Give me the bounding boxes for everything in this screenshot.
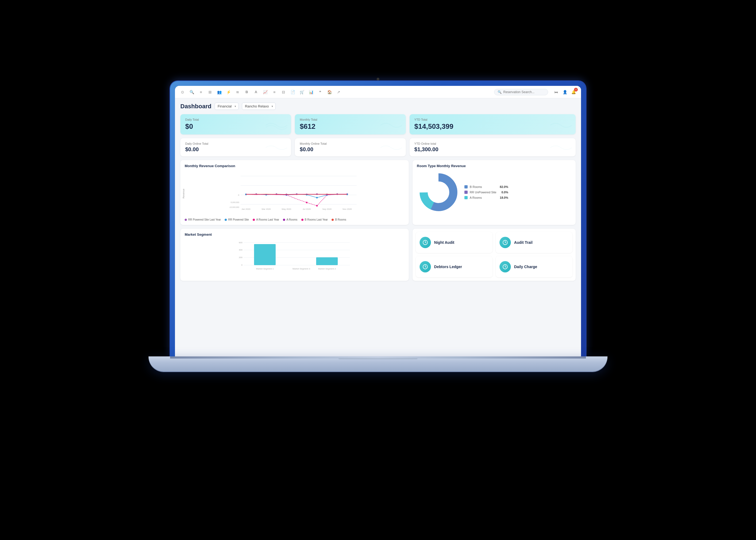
chart-legend: RR Powered Site Last Year RR Powered Sit…: [185, 218, 405, 221]
room-type-chart-title: Room Type Monthly Revenue: [417, 164, 571, 168]
svg-point-31: [306, 202, 308, 203]
monthly-online-card: Monthly Online Total $0.00: [295, 138, 406, 156]
revenue-chart-card: Monthly Revenue Comparison Revenue: [181, 160, 409, 225]
notification-badge[interactable]: 🔔 3: [570, 89, 577, 95]
doc-icon[interactable]: 📄: [290, 89, 296, 95]
ytd-total-card: YTD Total $14,503,399: [410, 114, 575, 134]
bottom-row: Market Segment 600 400 200 0: [181, 229, 575, 281]
search-input[interactable]: [503, 90, 541, 94]
legend-dot-b-ly: [301, 219, 304, 221]
legend-b-rooms-ly: B Rooms Last Year: [301, 218, 328, 221]
svg-point-32: [316, 205, 318, 206]
laptop-base: [149, 356, 607, 371]
legend-label-b-ly: B Rooms Last Year: [305, 218, 328, 221]
svg-text:Mar 2020: Mar 2020: [262, 208, 271, 210]
financial-filter-select[interactable]: Financial: [215, 103, 239, 110]
svg-text:Market Segment 2: Market Segment 2: [318, 268, 336, 270]
chart-icon[interactable]: ⚡: [225, 89, 232, 95]
page-title: Dashboard: [181, 103, 211, 110]
bed-icon[interactable]: 🛏: [553, 89, 560, 95]
wave-icon-4: [266, 142, 287, 154]
svg-text:0: 0: [241, 264, 242, 266]
donut-color-a-rooms: [464, 196, 468, 199]
financial-filter-wrapper[interactable]: Financial: [215, 103, 239, 110]
svg-rect-45: [316, 257, 338, 265]
donut-label-b-rooms: B Rooms: [470, 185, 482, 189]
donut-label-rr: RR UnPowered Site: [470, 191, 496, 194]
legend-b-rooms: B Rooms: [331, 218, 346, 221]
nav-right-icons: 🛏 👤 🔔 3: [553, 89, 577, 95]
audit-trail-label: Audit Trail: [514, 240, 533, 245]
svg-text:600: 600: [239, 241, 243, 244]
search-nav-icon[interactable]: 🔍: [189, 89, 195, 95]
daily-charge-icon: [499, 261, 511, 272]
action-tiles-card: Night Audit Audit Trai: [413, 229, 575, 281]
donut-label-a-rooms: A Rooms: [470, 196, 482, 199]
b-icon[interactable]: B: [244, 89, 250, 95]
grid2-icon[interactable]: ⊟: [280, 89, 287, 95]
donut-pct-a-rooms: 18.0%: [498, 196, 508, 199]
list-icon[interactable]: ≡: [197, 89, 204, 95]
night-audit-label: Night Audit: [434, 240, 454, 245]
laptop-hinge: [170, 356, 586, 358]
line-chart-svg: 0 -5,000,000 -10,000,000 Jan 2020 Mar 20…: [185, 171, 405, 211]
barchart-icon[interactable]: 📊: [308, 89, 314, 95]
night-audit-tile[interactable]: Night Audit: [416, 232, 492, 253]
svg-text:Market Segment 3: Market Segment 3: [293, 268, 310, 270]
svg-text:Sep 2020: Sep 2020: [322, 208, 332, 210]
top-navigation: ⊙ 🔍 ≡ ⊞ 👥 ⚡ ≋ B A 📈 ≡ ⊟ 📄 🛒 📊 ❝ 🏠: [175, 86, 581, 98]
svg-text:Jul 2020: Jul 2020: [303, 208, 311, 210]
debtors-ledger-icon: [420, 261, 431, 272]
grid-icon[interactable]: ⊞: [207, 89, 213, 95]
cart-icon[interactable]: 🛒: [299, 89, 305, 95]
legend-rr-site: RR Powered Site: [225, 218, 249, 221]
svg-text:200: 200: [239, 256, 243, 259]
bar-chart-area: 600 400 200 0: [185, 239, 405, 277]
night-audit-icon: [420, 237, 431, 248]
wave-icon-1: [266, 120, 287, 132]
monthly-total-card: Monthly Total $612: [295, 114, 406, 134]
wave-icon-6: [550, 142, 572, 154]
flag-icon[interactable]: 🏠: [326, 89, 333, 95]
audit-trail-icon: [499, 237, 511, 248]
property-filter-wrapper[interactable]: Rancho Relaxo: [242, 103, 276, 110]
market-segment-card: Market Segment 600 400 200 0: [181, 229, 409, 281]
legend-dot-rr: [225, 219, 227, 221]
svg-text:Jan 2020: Jan 2020: [241, 208, 250, 210]
donut-color-b-rooms: [464, 185, 468, 189]
dashboard-header: Dashboard Financial Rancho Relaxo: [181, 103, 575, 110]
stats-row-2: Daily Online Total $0.00 Monthly Online …: [181, 138, 575, 156]
legend-label-rr-ly: RR Powered Site Last Year: [188, 218, 221, 221]
debtors-ledger-tile[interactable]: Debtors Ledger: [416, 256, 492, 277]
svg-text:400: 400: [239, 249, 243, 251]
ytd-online-label: YTD Online total: [415, 142, 571, 145]
reservation-search-bar[interactable]: 🔍: [494, 89, 548, 95]
daily-total-card: Daily Total $0: [181, 114, 291, 134]
svg-text:May 2020: May 2020: [282, 208, 291, 210]
notification-count: 3: [574, 88, 578, 91]
donut-legend: B Rooms 82.0% RR UnPowered Site 0.0%: [464, 185, 508, 199]
donut-color-rr: [464, 191, 468, 194]
a-icon[interactable]: A: [253, 89, 259, 95]
wave-icon-3: [550, 120, 572, 132]
daily-charge-tile[interactable]: Daily Charge: [496, 256, 572, 277]
svg-text:0: 0: [238, 194, 239, 196]
property-filter-select[interactable]: Rancho Relaxo: [242, 103, 276, 110]
donut-pct-b-rooms: 82.0%: [498, 185, 508, 189]
ytd-online-card: YTD Online total $1,300.00: [410, 138, 575, 156]
laptop-screen: ⊙ 🔍 ≡ ⊞ 👥 ⚡ ≋ B A 📈 ≡ ⊟ 📄 🛒 📊 ❝ 🏠: [170, 81, 586, 356]
screen-content: ⊙ 🔍 ≡ ⊞ 👥 ⚡ ≋ B A 📈 ≡ ⊟ 📄 🛒 📊 ❝ 🏠: [175, 86, 581, 356]
quote-icon[interactable]: ❝: [317, 89, 323, 95]
debtors-ledger-label: Debtors Ledger: [434, 265, 462, 269]
svg-rect-44: [254, 244, 276, 265]
linechart-icon[interactable]: 📈: [262, 89, 268, 95]
legend-label-a: A Rooms: [287, 218, 298, 221]
audit-trail-tile[interactable]: Audit Trail: [496, 232, 572, 253]
arrow-icon[interactable]: ↗: [335, 89, 342, 95]
svg-text:Market Segment 1: Market Segment 1: [256, 268, 274, 270]
users-icon[interactable]: 👥: [216, 89, 222, 95]
home-icon[interactable]: ⊙: [179, 89, 186, 95]
table-icon[interactable]: ≋: [234, 89, 241, 95]
user-profile-icon[interactable]: 👤: [562, 89, 568, 95]
list2-icon[interactable]: ≡: [271, 89, 278, 95]
